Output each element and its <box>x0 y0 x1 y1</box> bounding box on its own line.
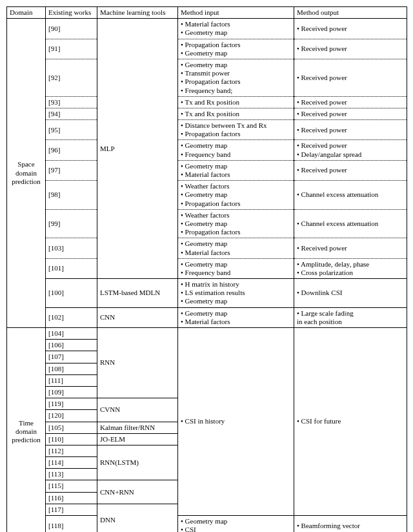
input-cell: Geometry mapMaterial factors <box>178 238 294 258</box>
input-cell: Weather factorsGeometry mapPropagation f… <box>178 209 294 238</box>
ref-cell: [91] <box>46 39 97 59</box>
ref-cell: [112] <box>46 445 97 456</box>
ref-cell: [101] <box>46 258 97 278</box>
ref-cell: [107] <box>46 351 97 363</box>
ref-cell: [100] <box>46 279 97 308</box>
ref-cell: [94] <box>46 108 97 119</box>
output-cell: Amplitude, delay, phaseCross polarizatio… <box>294 258 407 278</box>
output-cell: Received power <box>294 39 407 59</box>
tool-cell: CNN <box>97 307 178 327</box>
output-cell: Large scale fadingin each position <box>294 307 407 327</box>
ref-cell: [90] <box>46 19 97 39</box>
ref-cell: [116] <box>46 492 97 504</box>
table-row: [100] LSTM-based MDLN H matrix in histor… <box>7 279 407 308</box>
ref-cell: [98] <box>46 181 97 210</box>
ref-cell: [118] <box>46 516 97 533</box>
input-cell: Geometry mapFrequency band <box>178 258 294 278</box>
output-cell: Received power <box>294 160 407 180</box>
table-row: [103] Geometry mapMaterial factors Recei… <box>7 238 407 258</box>
domain-space: Space domain prediction <box>7 19 46 328</box>
ref-cell: [92] <box>46 59 97 96</box>
tool-cell: CVNN <box>97 398 178 422</box>
table-row: [93] Tx and Rx position Received power <box>7 96 407 108</box>
ref-cell: [105] <box>46 422 97 433</box>
output-cell: Channel excess attenuation <box>294 181 407 210</box>
ref-cell: [120] <box>46 410 97 422</box>
ref-cell: [95] <box>46 120 97 140</box>
input-cell: CSI in history <box>178 328 294 516</box>
tool-cell: LSTM-based MDLN <box>97 279 178 308</box>
table-row: [97] Geometry mapMaterial factors Receiv… <box>7 160 407 180</box>
col-works: Existing works <box>46 7 97 19</box>
output-cell: Received power <box>294 19 407 39</box>
table-row: [92] Geometry mapTransmit powerPropagati… <box>7 59 407 96</box>
input-cell: Material factorsGeometry map <box>178 19 294 39</box>
tool-cell: Kalman filter/RNN <box>97 422 178 433</box>
output-cell: Received power <box>294 120 407 140</box>
table-row: Time domain prediction [104] RNN CSI in … <box>7 328 407 340</box>
col-input: Method input <box>178 7 294 19</box>
output-cell: Channel excess attenuation <box>294 209 407 238</box>
table-row: [98] Weather factorsGeometry mapPropagat… <box>7 181 407 210</box>
output-cell: Received power <box>294 238 407 258</box>
tool-mlp: MLP <box>97 19 178 279</box>
col-output: Method output <box>294 7 407 19</box>
tool-cell: CNN+RNN <box>97 480 178 504</box>
table-row: Space domain prediction [90] MLP Materia… <box>7 19 407 39</box>
input-cell: Geometry mapMaterial factors <box>178 307 294 327</box>
col-domain: Domain <box>7 7 46 19</box>
ref-cell: [102] <box>46 307 97 327</box>
output-cell: Received powerDelay/angular spread <box>294 140 407 160</box>
ref-cell: [106] <box>46 340 97 351</box>
input-cell: Geometry mapTransmit powerPropagation fa… <box>178 59 294 96</box>
ref-cell: [110] <box>46 433 97 445</box>
table-row: [95] Distance between Tx and RxPropagati… <box>7 120 407 140</box>
ref-cell: [93] <box>46 96 97 108</box>
input-cell: Distance between Tx and RxPropagation fa… <box>178 120 294 140</box>
domain-time: Time domain prediction <box>7 328 46 533</box>
input-cell: Tx and Rx position <box>178 96 294 108</box>
table-row: [91] Propagation factorsGeometry map Rec… <box>7 39 407 59</box>
ref-cell: [104] <box>46 328 97 340</box>
table-row: [102] CNN Geometry mapMaterial factors L… <box>7 307 407 327</box>
output-cell: Downlink CSI <box>294 279 407 308</box>
header-row: Domain Existing works Machine learning t… <box>7 7 407 19</box>
ref-cell: [114] <box>46 457 97 469</box>
tool-cell: RNN(LSTM) <box>97 445 178 480</box>
ref-cell: [113] <box>46 469 97 480</box>
ref-cell: [119] <box>46 398 97 410</box>
tool-cell: JO-ELM <box>97 433 178 445</box>
input-cell: H matrix in historyLS estimation results… <box>178 279 294 308</box>
input-cell: Geometry mapFrequency band <box>178 140 294 160</box>
input-cell: Propagation factorsGeometry map <box>178 39 294 59</box>
table-row: [94] Tx and Rx position Received power <box>7 108 407 119</box>
ref-cell: [99] <box>46 209 97 238</box>
output-cell: CSI for future <box>294 328 407 516</box>
input-cell: Tx and Rx position <box>178 108 294 119</box>
input-cell: Weather factorsGeometry mapPropagation f… <box>178 181 294 210</box>
ref-cell: [115] <box>46 480 97 492</box>
table-row: [99] Weather factorsGeometry mapPropagat… <box>7 209 407 238</box>
ref-cell: [96] <box>46 140 97 160</box>
ref-cell: [97] <box>46 160 97 180</box>
ref-cell: [117] <box>46 504 97 515</box>
col-tools: Machine learning tools <box>97 7 178 19</box>
tool-cell: RNN <box>97 328 178 398</box>
input-cell: Geometry mapMaterial factors <box>178 160 294 180</box>
tool-cell: DNN <box>97 504 178 532</box>
output-cell: Received power <box>294 59 407 96</box>
ref-cell: [109] <box>46 386 97 398</box>
ref-cell: [111] <box>46 374 97 386</box>
output-cell: Received power <box>294 108 407 119</box>
ref-cell: [108] <box>46 363 97 374</box>
output-cell: Received power <box>294 96 407 108</box>
table-row: [101] Geometry mapFrequency band Amplitu… <box>7 258 407 278</box>
input-cell: Geometry mapCSI <box>178 516 294 533</box>
survey-table: Domain Existing works Machine learning t… <box>6 6 407 532</box>
table-row: [96] Geometry mapFrequency band Received… <box>7 140 407 160</box>
ref-cell: [103] <box>46 238 97 258</box>
output-cell: Beamforming vector <box>294 516 407 533</box>
